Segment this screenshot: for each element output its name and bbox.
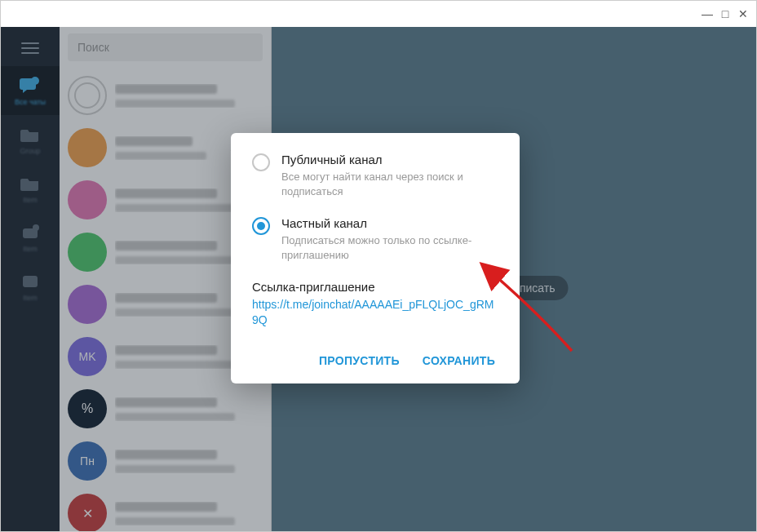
- option-public-channel[interactable]: Публичный канал Все могут найти канал че…: [252, 153, 498, 198]
- option-public-desc: Все могут найти канал через поиск и подп…: [281, 170, 498, 198]
- option-private-title: Частный канал: [281, 216, 498, 230]
- invite-link-value[interactable]: https://t.me/joinchat/AAAAAEi_pFLQLjOC_g…: [252, 297, 498, 328]
- modal-actions: ПРОПУСТИТЬ СОХРАНИТЬ: [252, 348, 498, 372]
- invite-link-title: Ссылка-приглашение: [252, 280, 498, 294]
- invite-link-block: Ссылка-приглашение https://t.me/joinchat…: [252, 280, 498, 328]
- option-private-channel[interactable]: Частный канал Подписаться можно только п…: [252, 216, 498, 262]
- option-public-body: Публичный канал Все могут найти канал че…: [281, 153, 498, 198]
- radio-private[interactable]: [252, 217, 270, 235]
- titlebar: — □ ✕: [1, 1, 756, 27]
- radio-public[interactable]: [252, 153, 270, 171]
- window-minimize-button[interactable]: —: [701, 7, 714, 20]
- option-private-body: Частный канал Подписаться можно только п…: [281, 216, 498, 262]
- window-close-button[interactable]: ✕: [737, 7, 750, 20]
- option-public-title: Публичный канал: [281, 153, 498, 166]
- skip-button[interactable]: ПРОПУСТИТЬ: [319, 354, 400, 367]
- window-maximize-button[interactable]: □: [719, 7, 732, 20]
- app-window: — □ ✕ Все чаты Group: [0, 0, 757, 532]
- save-button[interactable]: СОХРАНИТЬ: [423, 354, 495, 367]
- option-private-desc: Подписаться можно только по ссылке-пригл…: [281, 233, 498, 262]
- channel-type-modal: Публичный канал Все могут найти канал че…: [231, 133, 520, 383]
